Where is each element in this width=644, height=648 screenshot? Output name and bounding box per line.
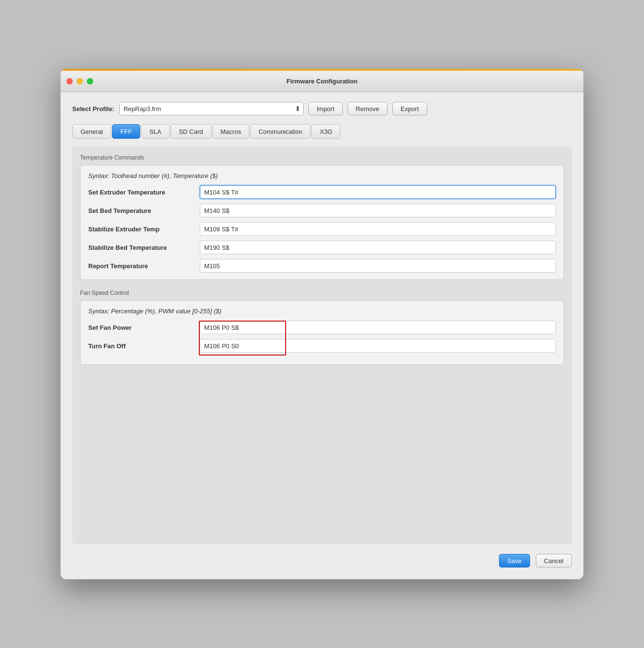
- save-button[interactable]: Save: [499, 554, 530, 567]
- tab-communication[interactable]: Communication: [250, 124, 310, 139]
- maximize-button[interactable]: [87, 78, 93, 84]
- window-body: Select Profile: RepRap3.frm ⬍ Import Rem…: [61, 92, 583, 579]
- temperature-section-title: Temperature Commands: [80, 154, 564, 161]
- stabilize-extruder-row: Stabilize Extruder Temp: [88, 222, 556, 236]
- set-extruder-temp-input[interactable]: [200, 185, 556, 199]
- tab-macros[interactable]: Macros: [212, 124, 250, 139]
- turn-fan-off-label: Turn Fan Off: [88, 342, 200, 350]
- set-extruder-temp-label: Set Extruder Temperature: [88, 189, 200, 196]
- profile-select[interactable]: RepRap3.frm: [119, 102, 304, 115]
- content-area: Temperature Commands Syntax: Toolhead nu…: [72, 146, 572, 544]
- fan-section: Fan Speed Control Syntax: Percentage (%)…: [80, 290, 564, 365]
- minimize-button[interactable]: [77, 78, 83, 84]
- profile-label: Select Profile:: [72, 105, 114, 113]
- stabilize-bed-label: Stabilize Bed Temperature: [88, 244, 200, 251]
- turn-fan-off-row: Turn Fan Off: [88, 339, 556, 353]
- set-extruder-temp-row: Set Extruder Temperature: [88, 185, 556, 199]
- window-title: Firmware Configuration: [287, 78, 358, 85]
- fan-section-box: Syntax: Percentage (%), PWM value [0-255…: [80, 300, 564, 365]
- tab-sdcard[interactable]: SD Card: [171, 124, 211, 139]
- stabilize-extruder-input[interactable]: [200, 222, 556, 236]
- set-fan-power-label: Set Fan Power: [88, 324, 200, 331]
- set-bed-temp-input[interactable]: [200, 204, 556, 217]
- report-temp-row: Report Temperature: [88, 259, 556, 273]
- profile-select-wrapper: RepRap3.frm ⬍: [119, 102, 304, 115]
- report-temp-label: Report Temperature: [88, 262, 200, 270]
- temperature-section-box: Syntax: Toolhead number (#), Temperature…: [80, 165, 564, 280]
- bottom-buttons: Save Cancel: [72, 554, 572, 567]
- set-bed-temp-row: Set Bed Temperature: [88, 204, 556, 217]
- traffic-lights: [66, 78, 93, 84]
- import-button[interactable]: Import: [308, 102, 343, 115]
- stabilize-bed-row: Stabilize Bed Temperature: [88, 241, 556, 254]
- set-bed-temp-label: Set Bed Temperature: [88, 207, 200, 214]
- set-fan-power-input[interactable]: [200, 321, 556, 334]
- cancel-button[interactable]: Cancel: [536, 554, 572, 567]
- stabilize-bed-input[interactable]: [200, 241, 556, 254]
- remove-button[interactable]: Remove: [348, 102, 387, 115]
- stabilize-extruder-label: Stabilize Extruder Temp: [88, 226, 200, 233]
- tab-general[interactable]: General: [72, 124, 111, 139]
- fan-syntax-hint: Syntax: Percentage (%), PWM value [0-255…: [88, 308, 556, 315]
- firmware-config-window: Firmware Configuration Select Profile: R…: [60, 68, 584, 580]
- tabs-container: General FFF SLA SD Card Macros Communica…: [72, 124, 572, 139]
- tab-sla[interactable]: SLA: [141, 124, 170, 139]
- turn-fan-off-input[interactable]: [200, 339, 556, 353]
- set-fan-power-row: Set Fan Power: [88, 321, 556, 334]
- tab-fff[interactable]: FFF: [112, 124, 140, 139]
- profile-row: Select Profile: RepRap3.frm ⬍ Import Rem…: [72, 102, 572, 115]
- close-button[interactable]: [66, 78, 73, 84]
- title-bar: Firmware Configuration: [61, 71, 583, 92]
- fan-fields-wrapper: Set Fan Power Turn Fan Off: [88, 321, 556, 353]
- fan-section-title: Fan Speed Control: [80, 290, 564, 296]
- temperature-section: Temperature Commands Syntax: Toolhead nu…: [80, 154, 564, 280]
- temperature-syntax-hint: Syntax: Toolhead number (#), Temperature…: [88, 172, 556, 179]
- report-temp-input[interactable]: [200, 259, 556, 273]
- tab-x3g[interactable]: X3G: [311, 124, 340, 139]
- export-button[interactable]: Export: [392, 102, 427, 115]
